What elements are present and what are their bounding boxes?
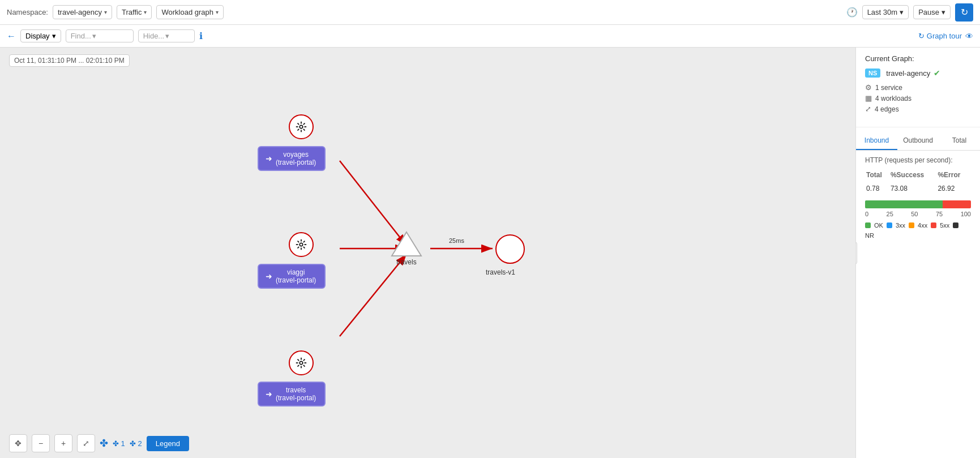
- hide-chevron: ▾: [165, 32, 169, 40]
- second-toolbar-right: ↻ Graph tour 👁: [918, 32, 973, 41]
- stat-edges: ⤢ 4 edges: [865, 105, 971, 113]
- graph-layout-btn[interactable]: ✤: [100, 437, 108, 450]
- viaggi-service-icon[interactable]: [289, 232, 314, 257]
- tab-outbound[interactable]: Outbound: [897, 132, 939, 150]
- display-select[interactable]: Display ▾: [20, 29, 61, 42]
- travels-v1-node[interactable]: [495, 234, 525, 264]
- voyages-arrow-icon: ➜: [266, 154, 272, 163]
- legend-4xx-dot: [909, 222, 914, 228]
- panel-header: Current Graph: NS travel-agency ✔ ⚙ 1 se…: [856, 48, 980, 122]
- legend-ok-label: OK: [874, 222, 883, 229]
- legend-5xx-label: 5xx: [940, 222, 949, 229]
- pause-select[interactable]: Pause ▾: [913, 5, 951, 19]
- voyages-service-icon[interactable]: [289, 114, 314, 139]
- panel-title: Current Graph:: [865, 54, 971, 63]
- svg-line-23: [298, 247, 299, 249]
- val-error: 26.92: [938, 183, 970, 195]
- svg-point-15: [299, 243, 303, 246]
- display-label: Display: [25, 32, 50, 40]
- info-icon[interactable]: ℹ: [199, 31, 203, 41]
- pause-label: Pause: [918, 8, 939, 16]
- hide-panel-button[interactable]: Hide »: [855, 242, 857, 264]
- legend-row: OK 3xx 4xx 5xx NR: [865, 222, 971, 239]
- workload-graph-chevron: ▾: [216, 9, 219, 15]
- svg-line-3: [340, 254, 406, 336]
- svg-line-30: [303, 365, 305, 367]
- hide-dropdown[interactable]: Hide... ▾: [138, 29, 195, 42]
- svg-line-29: [298, 359, 299, 361]
- find-dropdown[interactable]: Find... ▾: [66, 29, 134, 42]
- svg-point-24: [299, 361, 303, 365]
- voyages-node[interactable]: ➜ voyages(travel-portal): [258, 146, 326, 171]
- tab-total[interactable]: Total: [939, 132, 980, 150]
- namespace-select[interactable]: travel-agency ▾: [53, 5, 112, 19]
- legend-nr-label: NR: [865, 232, 874, 239]
- traffic-select[interactable]: Traffic ▾: [117, 5, 152, 19]
- legend-button[interactable]: Legend: [147, 436, 189, 451]
- svg-line-32: [298, 365, 299, 367]
- legend-3xx-label: 3xx: [896, 222, 905, 229]
- svg-line-12: [303, 129, 305, 131]
- zoom-in-btn[interactable]: +: [54, 434, 72, 452]
- tab-inbound[interactable]: Inbound: [856, 132, 897, 150]
- top-toolbar: Namespace: travel-agency ▾ Traffic ▾ Wor…: [0, 0, 980, 25]
- label-75: 75: [936, 211, 943, 217]
- pause-chevron: ▾: [942, 8, 945, 16]
- find-chevron: ▾: [92, 32, 96, 40]
- stat-services: ⚙ 1 service: [865, 83, 971, 92]
- back-button[interactable]: ←: [7, 31, 16, 41]
- stat-services-text: 1 service: [875, 84, 902, 92]
- fit-btn[interactable]: ⤢: [77, 434, 95, 452]
- timestamp-badge: Oct 11, 01:31:10 PM ... 02:01:10 PM: [9, 54, 130, 67]
- time-range-value: Last 30m: [867, 8, 897, 16]
- viaggi-node[interactable]: ➜ viaggi(travel-portal): [258, 264, 326, 289]
- label-100: 100: [961, 211, 971, 217]
- workloads-icon: ▦: [865, 94, 872, 102]
- svg-line-31: [303, 359, 305, 361]
- edges-icon: ⤢: [865, 105, 871, 113]
- second-toolbar: ← Display ▾ Find... ▾ Hide... ▾ ℹ ↻ Grap…: [0, 25, 980, 48]
- label-0: 0: [865, 211, 868, 217]
- hide-placeholder: Hide...: [143, 32, 165, 40]
- svg-line-14: [298, 129, 299, 131]
- service-icon: ⚙: [865, 83, 872, 92]
- http-table: Total %Success %Error 0.78 73.08 26.92: [865, 169, 971, 196]
- travels-portal-node[interactable]: ➜ travels(travel-portal): [258, 382, 326, 406]
- http-section: HTTP (requests per second): Total %Succe…: [856, 151, 980, 245]
- move-btn[interactable]: ✥: [9, 434, 27, 452]
- tabs-row: Inbound Outbound Total: [856, 132, 980, 151]
- eye-icon[interactable]: 👁: [965, 32, 973, 41]
- status-check: ✔: [934, 69, 940, 78]
- stat-workloads: ▦ 4 workloads: [865, 94, 971, 102]
- stat-edges-text: 4 edges: [875, 105, 899, 113]
- zoom-out-btn[interactable]: −: [32, 434, 50, 452]
- label-25: 25: [887, 211, 893, 217]
- viaggi-label: viaggi(travel-portal): [276, 268, 316, 284]
- graph-layout-2-btn[interactable]: ✤ 2: [130, 439, 142, 448]
- svg-marker-33: [392, 232, 421, 256]
- col-success: %Success: [891, 170, 937, 182]
- arrows-svg: 25ms: [0, 48, 855, 458]
- svg-line-11: [298, 123, 299, 125]
- val-success: 73.08: [891, 183, 937, 195]
- namespace-chevron: ▾: [104, 9, 107, 15]
- workload-graph-select[interactable]: Workload graph ▾: [156, 5, 224, 19]
- viaggi-arrow-icon: ➜: [266, 272, 272, 281]
- svg-point-6: [299, 125, 303, 129]
- refresh-button[interactable]: ↻: [955, 3, 973, 22]
- graph-tour-link[interactable]: ↻ Graph tour: [918, 32, 962, 40]
- travels-portal-service-icon[interactable]: [289, 350, 314, 375]
- traffic-chevron: ▾: [144, 9, 147, 15]
- find-placeholder: Find...: [71, 32, 91, 40]
- history-icon: 🕐: [846, 7, 858, 18]
- travels-service-node[interactable]: travels: [391, 230, 422, 266]
- travels-portal-arrow-icon: ➜: [266, 389, 272, 399]
- graph-layout-1-btn[interactable]: ✤ 1: [113, 439, 125, 448]
- travels-portal-label: travels(travel-portal): [276, 386, 316, 402]
- time-range-select[interactable]: Last 30m ▾: [862, 5, 909, 19]
- svg-line-21: [303, 247, 305, 249]
- stat-workloads-text: 4 workloads: [875, 95, 911, 102]
- col-error: %Error: [938, 170, 970, 182]
- label-50: 50: [911, 211, 918, 217]
- bottom-toolbar: ✥ − + ⤢ ✤ ✤ 1 ✤ 2 Legend: [0, 429, 855, 458]
